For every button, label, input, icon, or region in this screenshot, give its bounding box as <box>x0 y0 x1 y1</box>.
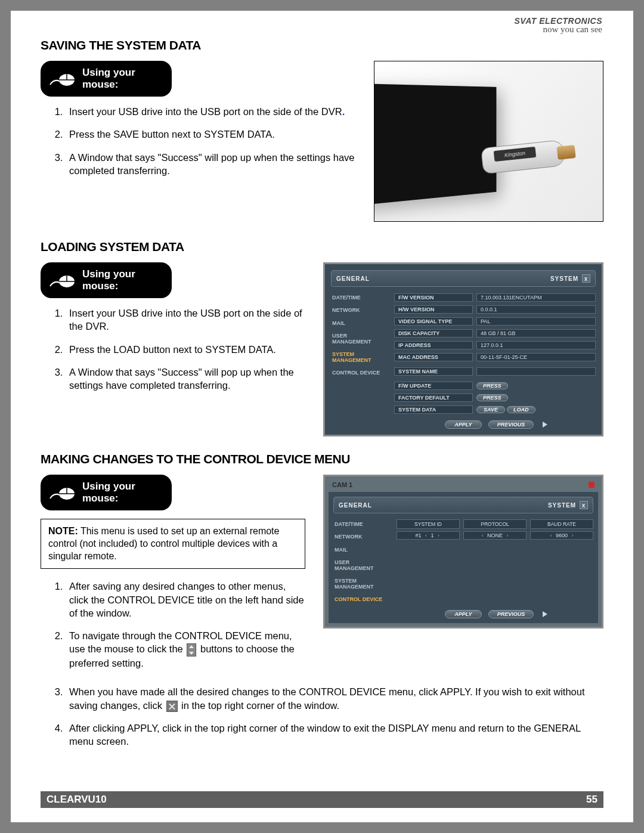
baud-spinner[interactable]: ‹9600› <box>530 531 593 540</box>
field-value: PAL <box>476 317 596 326</box>
usb-brand-label: Kingston <box>494 147 536 162</box>
list-item: When you have made all the desired chang… <box>66 685 603 712</box>
dvr-nav: DATE/TIME NETWORK MAIL USER MANAGEMENT S… <box>333 518 391 618</box>
field-label: FACTORY DEFAULT <box>394 394 473 402</box>
field-value: 7.10.003.131ENCUTAPM <box>476 293 596 302</box>
section-title-saving: SAVING THE SYSTEM DATA <box>41 38 603 52</box>
mouse-badge: Using yourmouse: <box>41 262 172 298</box>
play-icon[interactable] <box>543 422 547 428</box>
footer-product: CLEARVU10 <box>47 794 107 806</box>
field-value: 127.0.0.1 <box>476 341 596 349</box>
mouse-badge-line1: Using your <box>82 67 135 78</box>
dvr-control-screenshot: CAM 1 GENERAL SYSTEMx DATE/TIME NETWORK … <box>323 475 603 628</box>
list-item: After clicking APPLY, click in the top r… <box>66 721 603 748</box>
previous-button[interactable]: PREVIOUS <box>488 420 534 429</box>
field-label: F/W UPDATE <box>394 382 473 390</box>
chevron-right-icon[interactable]: › <box>436 532 441 538</box>
col-header: SYSTEM ID <box>397 519 460 529</box>
play-icon[interactable] <box>543 611 547 617</box>
record-icon <box>589 482 595 488</box>
saving-steps: Insert your USB drive into the USB port … <box>41 105 356 177</box>
note-box: NOTE: This menu is used to set up an ext… <box>41 519 305 569</box>
close-icon[interactable]: x <box>582 274 590 283</box>
apply-button[interactable]: APPLY <box>445 420 482 429</box>
manual-page: SVAT ELECTRONICS now you can see SAVING … <box>11 11 633 822</box>
apply-button[interactable]: APPLY <box>445 610 482 618</box>
loading-steps: Insert your USB drive into the USB port … <box>41 306 305 392</box>
nav-item[interactable]: CONTROL DEVICE <box>331 367 388 379</box>
toolbar-left: GENERAL <box>339 502 372 509</box>
dvr-toolbar: GENERAL SYSTEMx <box>333 497 593 513</box>
list-item: A Window that says "Success" will pop up… <box>66 366 305 392</box>
mouse-icon <box>49 481 76 504</box>
field-label: MAC ADDRESS <box>394 353 473 361</box>
page-footer: CLEARVU10 55 <box>41 791 603 808</box>
system-id-spinner[interactable]: #1‹1› <box>397 531 460 540</box>
nav-item[interactable]: DATE/TIME <box>333 518 391 531</box>
list-item: A Window that says "Success" will pop up… <box>66 151 356 178</box>
nav-item[interactable]: DATE/TIME <box>331 292 388 304</box>
field-label: SYSTEM DATA <box>394 405 473 414</box>
nav-item[interactable]: MAIL <box>331 317 388 330</box>
nav-item[interactable]: NETWORK <box>333 531 391 543</box>
control-steps-b: When you have made all the desired chang… <box>41 685 603 748</box>
note-label: NOTE: <box>48 526 78 536</box>
col-header: BAUD RATE <box>530 519 593 529</box>
nav-item-active[interactable]: CONTROL DEVICE <box>333 593 391 606</box>
press-button[interactable]: PRESS <box>476 382 508 389</box>
updown-icon <box>187 643 196 657</box>
mouse-badge-line2: mouse: <box>82 79 118 90</box>
field-label: VIDEO SIGNAL TYPE <box>394 317 473 326</box>
col-header: PROTOCOL <box>463 519 527 529</box>
chevron-right-icon[interactable]: › <box>505 532 510 538</box>
mouse-icon <box>49 268 76 292</box>
toolbar-right: SYSTEM <box>550 275 578 282</box>
mouse-badge: Using yourmouse: <box>41 475 172 510</box>
load-button[interactable]: LOAD <box>507 406 535 413</box>
chevron-right-icon[interactable]: › <box>570 532 575 538</box>
close-icon <box>166 701 178 712</box>
nav-item[interactable]: NETWORK <box>331 304 388 317</box>
toolbar-right: SYSTEM <box>548 502 576 509</box>
dvr-toolbar: GENERAL SYSTEMx <box>331 270 596 287</box>
nav-item[interactable]: USER MANAGEMENT <box>333 556 391 575</box>
list-item: Press the LOAD button next to SYSTEM DAT… <box>66 343 305 356</box>
chevron-left-icon[interactable]: ‹ <box>549 532 553 538</box>
brand-block: SVAT ELECTRONICS now you can see <box>515 17 603 34</box>
field-value[interactable] <box>476 367 596 376</box>
protocol-spinner[interactable]: ‹NONE› <box>463 531 527 540</box>
field-label: DISK CAPACITY <box>394 329 473 337</box>
mouse-badge: Using yourmouse: <box>41 61 172 97</box>
close-icon[interactable]: x <box>580 501 588 509</box>
save-button[interactable]: SAVE <box>476 406 505 413</box>
nav-item[interactable]: SYSTEM MANAGEMENT <box>333 575 391 593</box>
list-item: After saving any desired changes to othe… <box>66 580 305 620</box>
dvr-nav: DATE/TIME NETWORK MAIL USER MANAGEMENT S… <box>331 292 388 429</box>
section-title-control: MAKING CHANGES TO THE CONTROL DEVICE MEN… <box>41 452 603 466</box>
dvr-system-screenshot: GENERAL SYSTEMx DATE/TIME NETWORK MAIL U… <box>323 262 603 436</box>
usb-photo: Kingston <box>374 61 603 222</box>
mouse-icon <box>49 67 76 91</box>
nav-item[interactable]: MAIL <box>333 544 391 556</box>
note-text: This menu is used to set up an external … <box>48 526 279 561</box>
brand-company: SVAT ELECTRONICS <box>515 17 603 25</box>
nav-item[interactable]: USER MANAGEMENT <box>331 330 388 348</box>
chevron-left-icon[interactable]: ‹ <box>424 532 429 538</box>
control-steps-a: After saving any desired changes to othe… <box>41 580 305 670</box>
blue-period: . <box>342 106 345 117</box>
field-label: IP ADDRESS <box>394 341 473 349</box>
field-label: F/W VERSION <box>394 293 473 302</box>
field-value: 48 GB / 81 GB <box>476 329 596 337</box>
list-item: Insert your USB drive into the USB port … <box>66 306 305 333</box>
list-item: Insert your USB drive into the USB port … <box>66 105 356 118</box>
previous-button[interactable]: PREVIOUS <box>488 610 534 618</box>
press-button[interactable]: PRESS <box>476 394 508 401</box>
footer-page: 55 <box>586 794 597 806</box>
brand-tagline: now you can see <box>515 25 603 34</box>
cam-label: CAM 1 <box>332 481 352 488</box>
section-title-loading: LOADING SYSTEM DATA <box>41 240 603 254</box>
chevron-left-icon[interactable]: ‹ <box>480 532 485 538</box>
field-label: SYSTEM NAME <box>394 367 473 376</box>
nav-item-active[interactable]: SYSTEM MANAGEMENT <box>331 348 388 367</box>
list-item: Press the SAVE button next to SYSTEM DAT… <box>66 128 356 141</box>
